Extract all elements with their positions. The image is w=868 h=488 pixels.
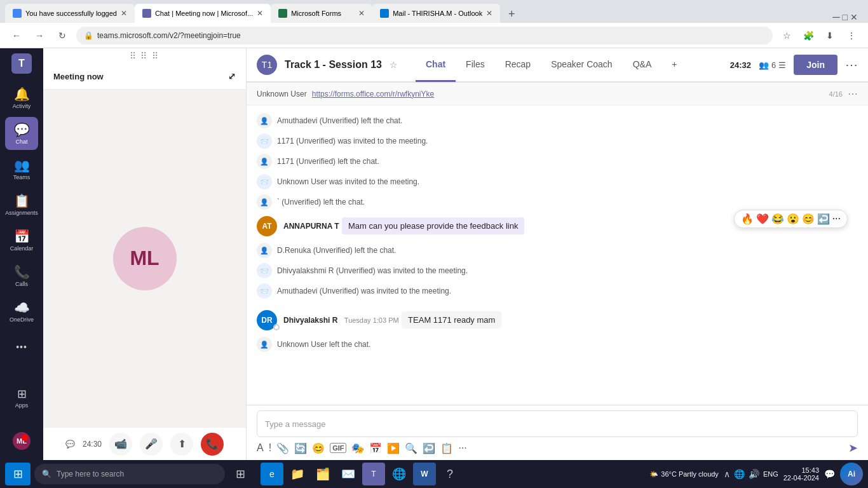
more-options-icon[interactable]: ··· <box>458 442 466 454</box>
taskbar-clock[interactable]: 15:43 22-04-2024 <box>783 466 819 482</box>
tab-1[interactable]: You have successfully logged ✕ <box>5 4 135 23</box>
taskbar-network-icon[interactable]: 🌐 <box>734 469 745 479</box>
extension-button[interactable]: 🧩 <box>799 27 817 44</box>
taskbar-task-view[interactable]: ⊞ <box>229 463 252 485</box>
taskbar: ⊞ 🔍 Type here to search ⊞ e 📁 🗂️ ✉️ T 🌐 … <box>0 460 868 488</box>
chat-icon: 💬 <box>14 122 30 137</box>
header-more-button[interactable]: ⋯ <box>845 57 858 72</box>
favorites-icon[interactable]: ☆ <box>390 60 398 70</box>
tab-chat[interactable]: Chat <box>416 48 456 82</box>
video-button[interactable]: 📹 <box>109 433 132 456</box>
reaction-wow[interactable]: 😮 <box>787 213 799 225</box>
taskbar-search[interactable]: 🔍 Type here to search <box>34 464 225 484</box>
download-button[interactable]: ⬇ <box>821 27 839 44</box>
weather-widget[interactable]: 🌤️ 36°C Partly cloudy <box>649 470 719 478</box>
nav-item-onedrive[interactable]: ☁️ OneDrive <box>5 295 38 328</box>
whiteboard-icon[interactable]: 📋 <box>440 442 453 454</box>
tab-2-close[interactable]: ✕ <box>257 9 263 18</box>
nav-item-calls[interactable]: 📞 Calls <box>5 259 38 292</box>
reaction-more[interactable]: ··· <box>832 213 841 225</box>
reaction-fire[interactable]: 🔥 <box>741 213 754 225</box>
schedule-icon[interactable]: 📅 <box>369 442 382 454</box>
taskbar-store[interactable]: 🗂️ <box>311 463 334 485</box>
start-button[interactable]: ⊞ <box>5 463 31 485</box>
urgent-icon[interactable]: ! <box>269 442 271 454</box>
message-input[interactable]: Type a message <box>257 410 858 437</box>
reaction-smile[interactable]: 😊 <box>802 213 815 225</box>
taskbar-search-icon: 🔍 <box>42 470 51 478</box>
end-call-button[interactable]: 📞 <box>201 433 224 456</box>
taskbar-explorer[interactable]: 📁 <box>286 463 309 485</box>
taskbar-notification-icon[interactable]: 💬 <box>824 469 835 479</box>
tab-3-title: Microsoft Forms <box>291 10 355 17</box>
tab-qna[interactable]: Q&A <box>623 48 662 82</box>
list-view-icon[interactable]: ☰ <box>778 60 786 70</box>
forward-button[interactable]: → <box>31 27 48 44</box>
refresh-button[interactable]: ↻ <box>53 27 71 44</box>
taskbar-lang-icon[interactable]: ENG <box>763 470 778 478</box>
back-button[interactable]: ← <box>8 27 25 44</box>
system-icon-3: 👤 <box>257 154 272 169</box>
meeting-panel: ⠿ ⠿ ⠿ Meeting now ⤢ ML 💬 24:30 📹 🎤 ⬆ 📞 <box>43 48 247 460</box>
close-window-button[interactable]: ✕ <box>850 12 858 22</box>
tab-3[interactable]: Microsoft Forms ✕ <box>271 4 372 23</box>
stream-icon[interactable]: ↩️ <box>423 442 435 454</box>
teams-logo: T <box>11 53 32 74</box>
taskbar-ai-button[interactable]: Ai <box>840 463 863 485</box>
reaction-reply[interactable]: ↩️ <box>817 213 830 225</box>
meet-icon[interactable]: ▶️ <box>387 442 400 454</box>
reaction-heart[interactable]: ❤️ <box>756 213 769 225</box>
loop-icon[interactable]: 🔄 <box>294 442 307 454</box>
nav-item-calendar[interactable]: 📅 Calendar <box>5 224 38 257</box>
bookmark-button[interactable]: ☆ <box>778 27 796 44</box>
emoji-icon[interactable]: 😊 <box>312 442 325 454</box>
settings-button[interactable]: ⋮ <box>843 27 860 44</box>
nav-item-chat[interactable]: 💬 Chat <box>5 117 38 150</box>
unknown-user-link[interactable]: https://forms.office.com/r/rwfkyniYke <box>312 90 435 98</box>
tab-speaker-coach[interactable]: Speaker Coach <box>541 48 623 82</box>
taskbar-help[interactable]: ? <box>438 463 461 485</box>
share-button[interactable]: ⬆ <box>170 433 193 456</box>
taskbar-volume-icon[interactable]: 🔊 <box>749 469 759 479</box>
mute-button[interactable]: 🎤 <box>140 433 163 456</box>
tab-4-close[interactable]: ✕ <box>486 9 492 18</box>
new-tab-button[interactable]: + <box>503 5 520 23</box>
meeting-timer-area: 💬 24:30 <box>65 440 102 449</box>
tab-3-close[interactable]: ✕ <box>358 9 365 18</box>
nav-item-teams[interactable]: 👥 Teams <box>5 152 38 186</box>
praise-icon[interactable]: 🔍 <box>405 442 417 454</box>
user-avatar[interactable]: ML <box>13 432 31 450</box>
expand-meeting-button[interactable]: ⤢ <box>228 71 236 81</box>
unknown-bar-more[interactable]: ⋯ <box>848 88 858 100</box>
nav-item-assignments[interactable]: 📋 Assignments <box>5 188 38 221</box>
minimize-button[interactable]: ─ <box>832 11 839 23</box>
send-button[interactable]: ➤ <box>848 441 858 455</box>
format-icon[interactable]: A <box>257 442 264 454</box>
chat-messages: 👤 Amuthadevi (Unverified) left the chat.… <box>247 105 868 405</box>
taskbar-edge[interactable]: e <box>261 463 283 485</box>
join-button[interactable]: Join <box>794 55 837 75</box>
reaction-laugh[interactable]: 😂 <box>771 213 784 225</box>
taskbar-teams-app[interactable]: T <box>362 463 385 485</box>
drag-handle[interactable]: ⠿ ⠿ ⠿ <box>43 48 246 64</box>
gif-icon[interactable]: GIF <box>330 443 346 453</box>
sticker-icon[interactable]: 🎭 <box>351 442 364 454</box>
nav-item-apps[interactable]: ⊞ Apps <box>5 381 38 414</box>
maximize-button[interactable]: □ <box>843 12 848 22</box>
tab-files[interactable]: Files <box>456 48 495 82</box>
taskbar-word[interactable]: W <box>413 463 436 485</box>
tab-4-favicon <box>380 9 389 18</box>
tab-add[interactable]: + <box>661 48 687 82</box>
nav-item-activity[interactable]: 🔔 Activity <box>5 81 38 114</box>
tab-2[interactable]: Chat | Meeting now | Microsof... ✕ <box>135 4 271 23</box>
header-right: 24:32 👥 6 ☰ Join ⋯ <box>730 55 858 75</box>
tab-4[interactable]: Mail - THIRISHA.M - Outlook ✕ <box>372 4 500 23</box>
tab-recap[interactable]: Recap <box>495 48 541 82</box>
nav-item-more[interactable]: ••• <box>5 330 38 363</box>
taskbar-chevron-icon[interactable]: ∧ <box>724 469 730 479</box>
taskbar-mail[interactable]: ✉️ <box>337 463 360 485</box>
tab-1-close[interactable]: ✕ <box>121 9 127 18</box>
taskbar-chrome[interactable]: 🌐 <box>388 463 410 485</box>
address-bar[interactable]: 🔒 teams.microsoft.com/v2/?meetingjoin=tr… <box>76 27 773 44</box>
attach-icon[interactable]: 📎 <box>276 442 289 454</box>
